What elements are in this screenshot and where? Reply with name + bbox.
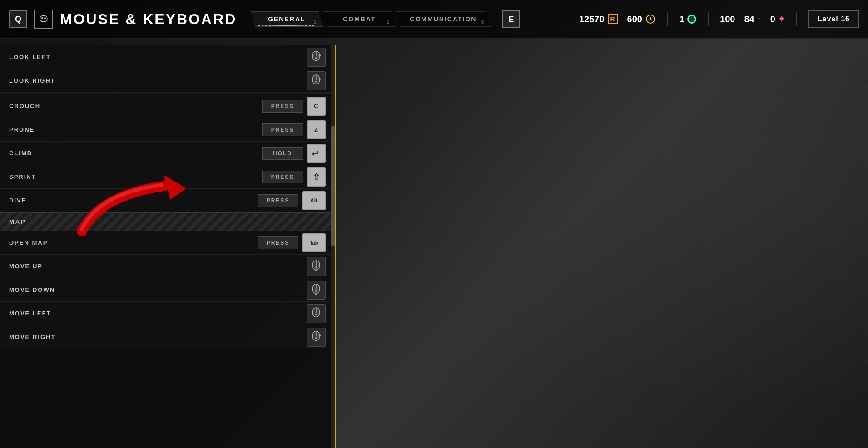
currency1-value: 12570: [579, 14, 605, 25]
press-button-crouch[interactable]: PRESS: [262, 100, 303, 113]
tab-general[interactable]: GENERAL 1: [250, 11, 323, 27]
action-open-map: OPEN MAP: [9, 239, 258, 246]
keybind-row-look-left: LOOK LEFT: [0, 45, 335, 69]
currency2-stat: 600: [627, 14, 656, 25]
mouse-icon-move-right[interactable]: [307, 328, 326, 347]
right-hud: 12570 R 600 1: [579, 10, 859, 28]
stat2-value: 100: [720, 14, 735, 25]
keybind-buttons-climb: HOLD: [262, 144, 326, 163]
skull-icon: [34, 10, 53, 29]
keybind-buttons-dive: PRESS Alt: [258, 191, 326, 210]
mouse-icon-move-down[interactable]: [307, 281, 326, 300]
keybind-buttons-move-up: [307, 257, 326, 276]
keybind-buttons-prone: PRESS Z: [262, 120, 326, 139]
hold-button-climb[interactable]: HOLD: [262, 147, 303, 160]
action-look-right: LOOK RIGHT: [9, 77, 307, 84]
svg-point-0: [40, 15, 47, 22]
press-button-open-map[interactable]: PRESS: [258, 236, 298, 249]
key-shift[interactable]: ⇧: [307, 167, 326, 187]
stat1-value: 1: [680, 14, 684, 25]
hud-divider2: [708, 12, 709, 26]
keybind-buttons-move-left: [307, 304, 326, 323]
keybind-buttons-move-down: [307, 281, 326, 300]
tab-combat[interactable]: COMBAT 2: [323, 11, 396, 27]
action-move-left: MOVE LEFT: [9, 310, 307, 317]
action-move-down: MOVE DOWN: [9, 286, 307, 293]
pink-icon: ✦: [778, 14, 785, 24]
svg-point-3: [41, 17, 43, 19]
key-tab[interactable]: Tab: [302, 233, 326, 252]
keybind-buttons-look-left: [307, 48, 326, 67]
press-button-dive[interactable]: PRESS: [258, 194, 298, 207]
action-climb: CLIMB: [9, 150, 262, 157]
top-hud: Q MOUSE & KEYBOARD GENERAL 1 COMB: [0, 0, 868, 39]
keybind-row-move-down: MOVE DOWN: [0, 278, 335, 302]
keybind-row-crouch: CROUCH PRESS C: [0, 94, 335, 118]
svg-point-4: [44, 17, 46, 19]
keybind-scroll[interactable]: LOOK LEFT: [0, 45, 335, 448]
action-look-left: LOOK LEFT: [9, 54, 307, 60]
svg-point-13: [315, 57, 317, 59]
currency1-stat: 12570 R: [579, 14, 618, 25]
keybind-buttons-move-right: [307, 328, 326, 347]
key-c[interactable]: C: [307, 97, 326, 116]
press-button-sprint[interactable]: PRESS: [262, 171, 303, 183]
r-icon: R: [607, 14, 618, 25]
tabs-container: GENERAL 1 COMBAT 2 COMMUNICATION 3: [250, 11, 491, 27]
keybind-row-climb: CLIMB HOLD: [0, 142, 335, 165]
mouse-icon-look-left[interactable]: [307, 48, 326, 67]
keybind-row-look-right: LOOK RIGHT: [0, 69, 335, 93]
keybind-row-move-up: MOVE UP: [0, 255, 335, 278]
mouse-icon-look-right[interactable]: [307, 71, 326, 90]
stat4-container: 0 ✦: [770, 14, 785, 25]
keybind-panel: LOOK LEFT: [0, 45, 336, 448]
keybind-row-open-map: OPEN MAP PRESS Tab: [0, 231, 335, 255]
mouse-icon-move-left[interactable]: [307, 304, 326, 323]
stat2-container: 100: [720, 14, 735, 25]
key-z[interactable]: Z: [307, 120, 326, 139]
main-container: Q MOUSE & KEYBOARD GENERAL 1 COMB: [0, 0, 868, 448]
keybind-buttons-open-map: PRESS Tab: [258, 233, 326, 252]
keybind-buttons-crouch: PRESS C: [262, 97, 326, 116]
keybind-row-sprint: SPRINT PRESS ⇧: [0, 165, 335, 189]
mouse-icon-move-up[interactable]: [307, 257, 326, 276]
action-sprint: SPRINT: [9, 173, 262, 180]
keybind-row-move-left: MOVE LEFT: [0, 302, 335, 325]
tab-communication[interactable]: COMMUNICATION 3: [396, 11, 491, 27]
svg-point-30: [315, 314, 317, 315]
key-enter[interactable]: [307, 144, 326, 163]
scrollbar-thumb[interactable]: [331, 126, 335, 246]
action-prone: PRONE: [9, 126, 262, 133]
level-badge: Level 16: [808, 10, 859, 28]
arrow-up-icon: ↑: [757, 15, 761, 24]
press-button-prone[interactable]: PRESS: [262, 123, 303, 136]
keybind-row-dive: DIVE PRESS Alt: [0, 189, 335, 212]
q-key-button[interactable]: Q: [9, 10, 27, 28]
keybind-row-move-right: MOVE RIGHT: [0, 325, 335, 349]
section-header-map: MAP: [0, 212, 335, 231]
stat3-value: 84: [744, 14, 754, 25]
key-alt[interactable]: Alt: [302, 191, 326, 210]
scrollbar-track[interactable]: [331, 45, 335, 448]
action-move-up: MOVE UP: [9, 263, 307, 270]
stat4-value: 0: [770, 14, 775, 25]
svg-point-27: [315, 290, 317, 292]
hud-divider3: [796, 12, 797, 26]
currency2-value: 600: [627, 14, 642, 25]
clock-icon: [645, 14, 656, 25]
svg-point-34: [315, 337, 317, 339]
keybind-buttons-sprint: PRESS ⇧: [262, 167, 326, 187]
keybind-row-prone: PRONE PRESS Z: [0, 118, 335, 142]
hud-divider1: [667, 12, 668, 26]
stat1-container: 1: [680, 14, 696, 25]
action-move-right: MOVE RIGHT: [9, 334, 307, 340]
keybind-buttons-look-right: [307, 71, 326, 90]
svg-point-18: [315, 81, 317, 83]
action-dive: DIVE: [9, 197, 258, 204]
svg-point-24: [315, 266, 317, 268]
action-crouch: CROUCH: [9, 103, 262, 109]
e-key-button[interactable]: E: [502, 10, 520, 28]
circle-icon: [687, 15, 696, 24]
page-title: MOUSE & KEYBOARD: [60, 11, 237, 28]
stat3-container: 84 ↑: [744, 14, 761, 25]
